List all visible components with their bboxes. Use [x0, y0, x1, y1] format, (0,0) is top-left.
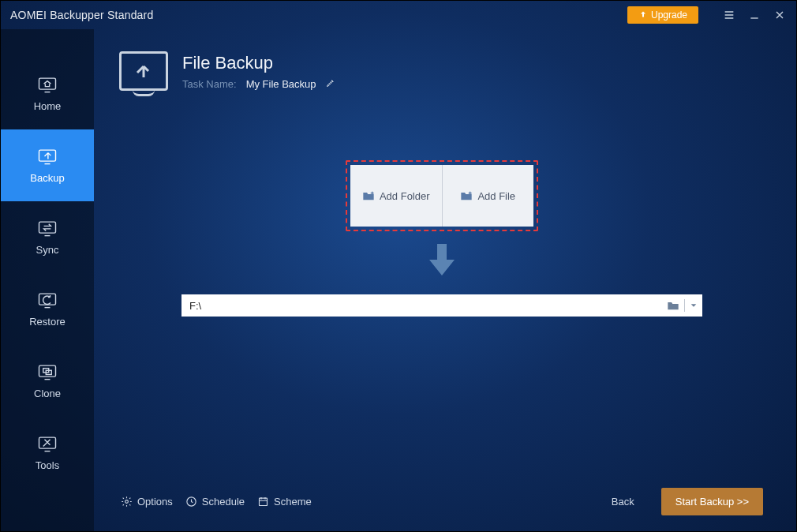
page-header: File Backup Task Name: My File Backup — [119, 51, 765, 91]
app-window: AOMEI Backupper Standard Upgrade Home Ba… — [0, 0, 797, 532]
schedule-button[interactable]: Schedule — [185, 496, 245, 508]
titlebar: AOMEI Backupper Standard Upgrade — [1, 1, 796, 29]
sidebar-item-label: Restore — [1, 316, 94, 328]
upgrade-label: Upgrade — [651, 9, 687, 21]
menu-icon[interactable] — [722, 8, 736, 22]
scheme-label: Scheme — [274, 496, 312, 508]
task-name-label: Task Name: — [182, 78, 237, 90]
sync-icon — [36, 219, 58, 238]
restore-icon — [36, 290, 58, 309]
scheme-button[interactable]: Scheme — [257, 496, 312, 508]
task-name-value: My File Backup — [246, 78, 316, 90]
pencil-icon — [326, 78, 335, 88]
arrow-down-icon — [426, 241, 458, 282]
add-source-highlight: Add Folder Add File — [346, 160, 538, 231]
sidebar-item-backup[interactable]: Backup — [1, 129, 94, 201]
sidebar-item-clone[interactable]: Clone — [1, 345, 94, 417]
options-label: Options — [137, 496, 173, 508]
tools-icon — [36, 434, 58, 453]
destination-path-field[interactable]: F:\ — [181, 294, 702, 317]
chevron-down-icon[interactable] — [690, 300, 698, 311]
schedule-label: Schedule — [202, 496, 245, 508]
backup-icon — [36, 147, 58, 166]
svg-rect-1 — [39, 150, 56, 161]
file-backup-icon — [119, 51, 168, 91]
sidebar-item-label: Sync — [1, 244, 94, 256]
back-button[interactable]: Back — [612, 496, 634, 508]
upgrade-button[interactable]: Upgrade — [627, 6, 698, 24]
file-plus-icon — [460, 190, 473, 201]
browse-folder-icon[interactable] — [667, 300, 679, 311]
separator — [684, 299, 685, 312]
folder-plus-icon — [362, 190, 375, 201]
svg-rect-10 — [260, 498, 268, 505]
add-folder-button[interactable]: Add Folder — [350, 165, 443, 227]
sidebar-item-home[interactable]: Home — [1, 58, 94, 129]
svg-rect-0 — [39, 78, 56, 89]
sidebar-item-label: Backup — [1, 172, 94, 184]
sidebar-item-label: Home — [1, 100, 94, 112]
close-icon[interactable] — [773, 8, 787, 22]
sidebar-item-label: Clone — [1, 388, 94, 399]
clock-icon — [185, 496, 197, 508]
options-button[interactable]: Options — [121, 496, 173, 508]
svg-rect-3 — [39, 294, 56, 305]
destination-path-value: F:\ — [189, 300, 667, 312]
sidebar-item-label: Tools — [1, 459, 94, 471]
app-title: AOMEI Backupper Standard — [10, 9, 153, 21]
start-backup-button[interactable]: Start Backup >> — [661, 488, 763, 515]
footer-bar: Options Schedule Scheme Back Start Backu… — [119, 482, 765, 520]
minimize-icon[interactable] — [747, 8, 761, 22]
sidebar: Home Backup Sync Restore Clone Tools — [1, 29, 94, 531]
main-panel: File Backup Task Name: My File Backup — [94, 29, 796, 531]
edit-task-name-button[interactable] — [326, 78, 335, 90]
sidebar-item-restore[interactable]: Restore — [1, 273, 94, 345]
upgrade-icon — [638, 10, 648, 20]
sidebar-item-sync[interactable]: Sync — [1, 201, 94, 273]
calendar-icon — [257, 496, 269, 508]
sidebar-item-tools[interactable]: Tools — [1, 417, 94, 489]
add-source-panel: Add Folder Add File — [350, 165, 533, 227]
home-icon — [36, 75, 58, 94]
page-title: File Backup — [182, 53, 335, 73]
clone-icon — [36, 362, 58, 381]
gear-icon — [121, 496, 133, 508]
start-backup-label: Start Backup >> — [675, 496, 749, 508]
svg-point-8 — [125, 500, 129, 503]
add-file-label: Add File — [477, 190, 515, 202]
svg-rect-2 — [39, 222, 56, 233]
add-file-button[interactable]: Add File — [443, 165, 534, 227]
add-folder-label: Add Folder — [380, 190, 430, 202]
